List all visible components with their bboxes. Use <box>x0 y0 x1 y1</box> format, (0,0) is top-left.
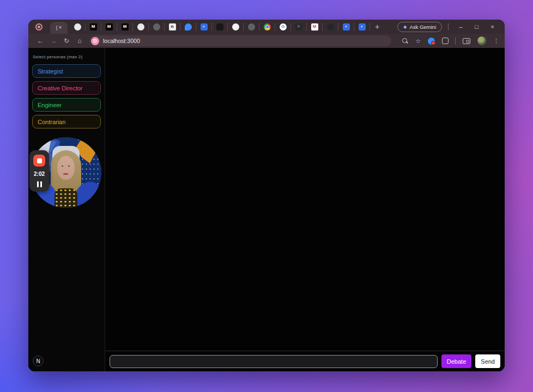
home-icon[interactable]: ⌂ <box>73 37 86 45</box>
browser-window: ( × M M M <box>28 20 505 371</box>
active-tab[interactable]: ( × <box>50 22 68 34</box>
browser-tab[interactable]: G <box>275 23 291 31</box>
close-button[interactable]: × <box>484 23 500 30</box>
controls-divider <box>448 23 449 30</box>
persona-button-strategist[interactable]: Strategist <box>32 64 101 78</box>
medium-icon: M <box>106 23 113 30</box>
profile-wrap[interactable] <box>477 36 486 45</box>
sidebar-footer: N <box>28 351 105 371</box>
github-icon <box>327 23 334 30</box>
app-blue-icon: ▪ <box>343 23 350 30</box>
github-icon <box>232 23 239 30</box>
new-tab-button[interactable]: + <box>375 23 379 30</box>
browser-tab[interactable] <box>323 23 338 31</box>
ask-gemini-button[interactable]: ◆ Ask Gemini <box>397 22 442 32</box>
black-app-icon <box>216 23 223 30</box>
webcam-person-face <box>57 156 75 180</box>
webcam-person-eye <box>68 166 70 167</box>
browser-tab[interactable] <box>212 23 228 31</box>
webcam-person-eye <box>62 166 63 167</box>
stop-icon <box>37 158 42 163</box>
browser-tab[interactable]: n <box>165 23 180 31</box>
zoom-icon-wrap[interactable] <box>402 38 408 44</box>
bluesky-icon <box>185 23 192 30</box>
browser-tab[interactable]: ▪ <box>196 23 212 31</box>
browser-tab[interactable] <box>259 23 275 31</box>
address-bar[interactable]: D localhost:3000 <box>89 35 391 46</box>
chat-area <box>105 48 505 351</box>
browser-tab[interactable] <box>180 23 196 31</box>
send-button[interactable]: Send <box>475 354 500 368</box>
reload-icon[interactable]: ↻ <box>60 37 73 45</box>
zoom-icon <box>402 38 408 44</box>
app-blue-icon: ▪ <box>201 23 208 30</box>
chrome-icon <box>264 23 271 30</box>
ask-gemini-label: Ask Gemini <box>409 24 436 30</box>
persona-button-engineer[interactable]: Engineer <box>32 98 101 112</box>
pause-recording-button[interactable] <box>37 181 42 187</box>
globe-icon <box>153 23 160 30</box>
main-panel: Debate Send <box>105 48 505 371</box>
browser-tab[interactable]: M <box>307 23 323 31</box>
extension-icon <box>428 38 435 45</box>
browser-tab[interactable] <box>228 23 244 31</box>
browser-tab[interactable]: M <box>117 23 133 31</box>
webcam-person-top <box>54 188 77 208</box>
browser-tab[interactable]: ≡ <box>291 23 307 31</box>
debate-button[interactable]: Debate <box>441 354 471 368</box>
app-blue-icon: ▪ <box>359 23 366 30</box>
webcam-bubble: 2:02 <box>29 137 101 209</box>
back-icon[interactable]: ← <box>34 37 47 45</box>
app-content: Select personas (max 2) Strategist Creat… <box>28 48 505 371</box>
browser-tab[interactable] <box>133 23 149 31</box>
globe-icon <box>248 23 255 30</box>
recording-controls: 2:02 <box>29 150 49 192</box>
medium-icon: M <box>122 23 129 30</box>
extensions-wrap[interactable] <box>442 38 449 44</box>
composer-bar: Debate Send <box>105 351 505 371</box>
desktop-background: ( × M M M <box>0 0 533 392</box>
recording-indicator-icon[interactable] <box>35 23 43 30</box>
toolbar-divider <box>455 38 456 45</box>
recording-timer: 2:02 <box>34 171 45 177</box>
url-text[interactable]: localhost:3000 <box>103 38 140 44</box>
chart-icon: ≡ <box>295 23 302 30</box>
nextjs-devtools-badge[interactable]: N <box>33 356 44 366</box>
persona-list: Strategist Creative Director Engineer Co… <box>28 64 105 128</box>
gemini-icon: ◆ <box>403 24 407 29</box>
tab-close-icon[interactable]: × <box>59 25 62 30</box>
browser-tab[interactable]: ▪ <box>338 23 354 31</box>
extension-blue-wrap[interactable] <box>428 38 435 45</box>
tab-search-wrap[interactable] <box>463 38 470 44</box>
browser-menu-icon[interactable]: ⋮ <box>493 38 499 45</box>
stop-recording-button[interactable] <box>33 155 45 167</box>
browser-tab[interactable] <box>244 23 259 31</box>
tab-strip: M M M <box>70 20 370 34</box>
browser-tab[interactable] <box>70 23 86 31</box>
persona-button-creative-director[interactable]: Creative Director <box>32 81 101 95</box>
extensions-icon <box>442 38 449 44</box>
gmail-icon: M <box>311 23 318 30</box>
browser-tab-bar: ( × M M M <box>28 20 505 34</box>
browser-tab[interactable]: M <box>101 23 117 31</box>
active-tab-label: ( <box>56 25 58 30</box>
site-favicon: D <box>91 37 99 45</box>
browser-toolbar: ← → ↻ ⌂ D localhost:3000 ☆ ⋮ <box>28 34 505 48</box>
chatgpt-icon <box>74 23 81 30</box>
notion-icon: n <box>169 23 176 30</box>
minimize-button[interactable]: – <box>453 23 469 30</box>
maximize-button[interactable]: □ <box>469 23 484 30</box>
medium-icon: M <box>90 23 97 30</box>
pause-icon <box>37 181 39 187</box>
browser-tab[interactable]: M <box>86 23 101 31</box>
persona-button-contrarian[interactable]: Contrarian <box>32 115 101 128</box>
sidebar: Select personas (max 2) Strategist Creat… <box>28 48 105 371</box>
bookmark-star-icon[interactable]: ☆ <box>415 38 421 45</box>
forward-icon[interactable]: → <box>47 37 60 45</box>
pause-icon <box>40 181 42 187</box>
message-input[interactable] <box>110 355 438 368</box>
profile-avatar <box>477 36 486 45</box>
browser-tab[interactable] <box>149 23 165 31</box>
chatgpt-icon <box>137 23 144 30</box>
browser-tab[interactable]: ▪ <box>354 23 370 31</box>
